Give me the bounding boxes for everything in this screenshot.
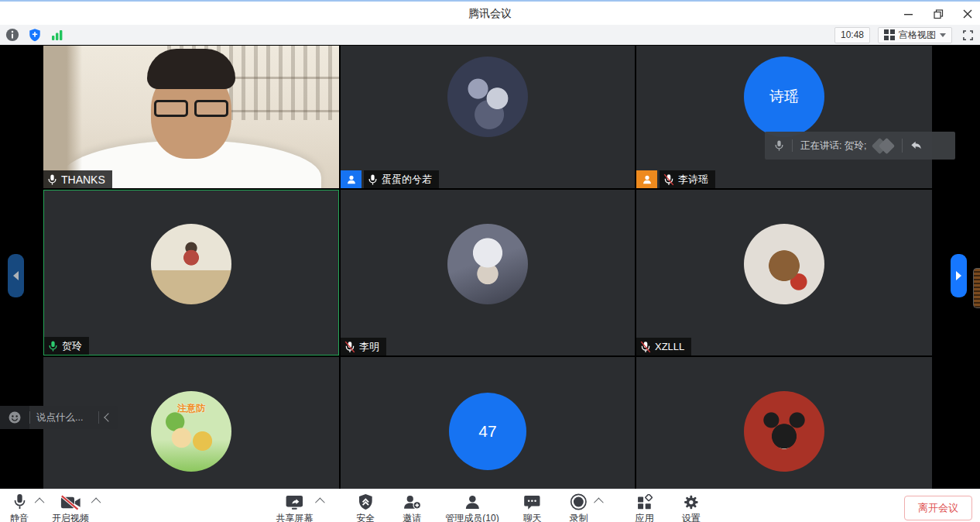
host-badge-icon [341,170,362,188]
avatar-initials: 47 [449,393,526,470]
view-mode-selector[interactable]: 宫格视图 [878,27,952,43]
camera-off-icon [60,493,81,510]
speaking-text: 正在讲话: 贺玲; [793,139,872,153]
toolbar-label: 邀请 [403,512,421,522]
video-tile-dandan[interactable]: 蛋蛋的兮若 [341,46,635,188]
title-bar: 腾讯会议 [0,0,980,25]
toolbar-label: 静音 [10,512,29,522]
close-icon[interactable] [961,8,974,20]
toolbar-label: 共享屏幕 [276,512,313,522]
apps-icon [636,493,653,510]
meeting-topbar: 10:48 宫格视图 [0,25,980,45]
info-icon[interactable] [5,27,20,43]
meeting-toolbar: 静音 开启视频 [0,489,980,522]
chat-input[interactable]: 说点什么... [30,411,98,424]
video-tile-47[interactable]: 47 [341,357,635,489]
meeting-logo-icon [874,140,893,152]
participant-name-tag: 李明 [341,338,386,355]
mic-on-icon [47,173,57,186]
share-menu-chevron[interactable] [317,493,324,510]
manage-members-button[interactable]: 管理成员(10) [445,493,499,522]
avatar [744,224,824,304]
participant-name-tag: 贺玲 [44,337,89,355]
shield-plus-icon[interactable] [27,27,43,43]
video-tile-liming[interactable]: 李明 [341,190,635,355]
toolbar-left-group: 静音 开启视频 [6,493,108,522]
avatar: 注意防 [151,391,231,472]
arrow-left-icon [13,271,19,280]
fullscreen-icon[interactable] [960,27,975,43]
security-shield-icon [358,493,373,510]
avatar-text: 诗瑶 [769,87,799,107]
next-page-arrow[interactable] [951,254,967,297]
prev-page-arrow[interactable] [8,254,24,297]
emoji-icon[interactable] [0,406,29,429]
toolbar-label: 安全 [356,512,375,522]
arrow-right-icon [956,271,961,280]
microphone-icon [765,139,792,152]
security-button[interactable]: 安全 [352,493,379,522]
window-controls [903,2,974,26]
right-edge-thumbnail[interactable] [973,268,980,308]
invite-icon [403,493,421,510]
avatar-text: 47 [478,422,496,441]
chat-icon [524,493,541,510]
collapse-left-icon[interactable] [99,406,118,429]
toolbar-label: 管理成员(10) [445,512,499,522]
leave-meeting-button[interactable]: 离开会议 [904,496,972,520]
avatar [744,391,824,472]
topbar-right: 10:48 宫格视图 [834,25,975,45]
share-screen-button[interactable]: 共享屏幕 [276,493,313,522]
avatar [447,224,528,304]
restore-icon[interactable] [932,8,944,20]
participant-name: 李诗瑶 [678,173,708,187]
chat-button[interactable]: 聊天 [519,493,546,522]
mic-on-icon [368,173,378,186]
participant-name: 贺玲 [62,339,82,353]
topbar-status-icons [0,27,65,43]
share-screen-icon [285,493,303,510]
participant-name-tag: 蛋蛋的兮若 [364,170,439,188]
apps-button[interactable]: 应用 [632,493,658,522]
video-tile-heling[interactable]: 贺玲 [43,190,339,355]
record-button[interactable]: 录制 [566,493,592,522]
video-tile-thanks[interactable]: THANKS [43,46,339,188]
start-video-button[interactable]: 开启视频 [52,493,89,522]
invite-button[interactable]: 邀请 [399,493,425,522]
participant-name: XZLLL [655,341,684,352]
avatar-caption: 注意防 [151,402,231,415]
toolbar-label: 应用 [636,512,654,522]
video-tile-xzlll[interactable]: XZLLL [636,190,932,355]
participant-name-tag: 李诗瑶 [660,170,715,188]
mute-button[interactable]: 静音 [6,493,33,522]
view-mode-label: 宫格视图 [899,29,936,42]
avatar [151,224,231,304]
record-menu-chevron[interactable] [597,493,604,510]
caret-down-icon [940,33,946,37]
meeting-window: 腾讯会议 [0,0,980,522]
time-text: 10:48 [841,29,864,40]
mic-muted-icon [663,173,674,186]
video-tile-lishiyao[interactable]: 诗瑶 李诗瑶 [636,46,932,188]
participant-name: THANKS [61,173,105,186]
cohost-badge-icon [636,170,657,188]
record-icon [571,493,588,510]
speaking-banner: 正在讲话: 贺玲; [765,132,955,160]
minimize-icon[interactable] [903,8,915,20]
meeting-time: 10:48 [834,27,870,43]
toolbar-label: 聊天 [523,512,542,522]
video-tile-9[interactable] [636,357,932,489]
toolbar-label: 录制 [570,512,588,522]
microphone-icon [12,493,27,510]
mic-speaking-icon [48,340,58,352]
video-grid: THANKS 蛋蛋的兮若 [0,45,980,489]
participant-name: 李明 [359,340,379,354]
window-title: 腾讯会议 [0,2,980,26]
settings-button[interactable]: 设置 [678,493,704,522]
video-menu-chevron[interactable] [94,493,101,510]
network-signal-icon[interactable] [50,27,65,43]
avatar-initials: 诗瑶 [744,57,824,137]
mute-menu-chevron[interactable] [37,493,44,510]
participant-name: 蛋蛋的兮若 [382,173,432,187]
reply-arrow-icon[interactable] [903,140,930,151]
